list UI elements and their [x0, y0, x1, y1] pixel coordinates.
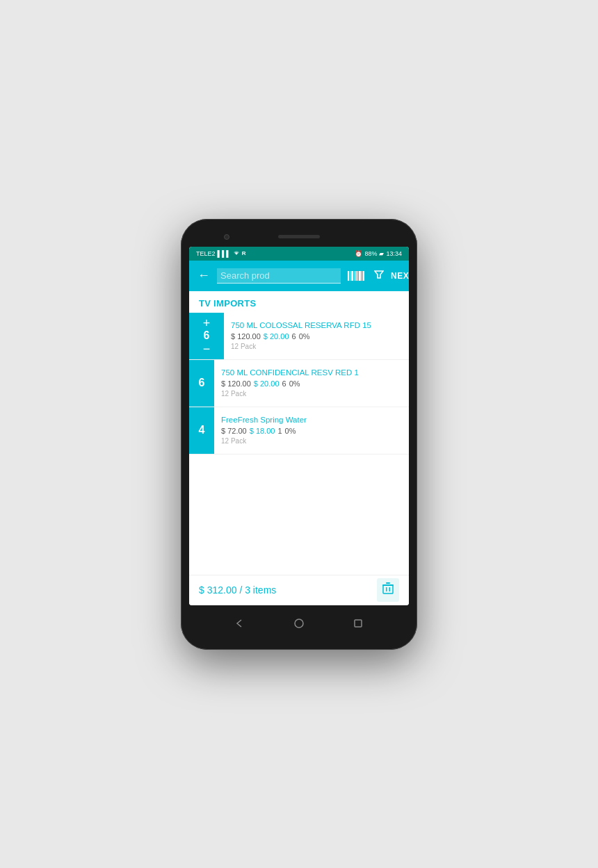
toolbar: ←	[189, 261, 409, 291]
increment-button[interactable]: +	[189, 317, 224, 329]
price-qty: 1	[277, 427, 282, 435]
svg-rect-7	[355, 620, 362, 627]
product-price-row: $ 120.00 $ 20.00 6 0%	[231, 332, 402, 341]
qty-controls: + 6 −	[189, 313, 224, 359]
alarm-icon: ⏰	[355, 250, 362, 257]
product-name: FreeFresh Spring Water	[221, 416, 402, 424]
qty-value: 6	[199, 377, 205, 389]
battery-icon: ▰	[379, 250, 384, 257]
price-main: $ 72.00	[221, 427, 247, 435]
product-pack: 12 Pack	[221, 390, 402, 398]
product-list: + 6 − 750 ML COLOSSAL RESERVA RFD 15 $ 1…	[189, 313, 409, 575]
price-alt: $ 18.00	[250, 427, 275, 435]
time-label: 13:34	[386, 250, 402, 257]
price-main: $ 120.00	[221, 379, 251, 388]
section-title: TV IMPORTS	[189, 291, 409, 313]
nav-back-button[interactable]	[232, 615, 248, 632]
product-price-row: $ 72.00 $ 18.00 1 0%	[221, 427, 402, 435]
svg-rect-2	[386, 587, 387, 591]
price-alt: $ 20.00	[254, 379, 280, 388]
wifi-icon	[233, 250, 240, 257]
status-left: TELE2 ▌▌▌ R	[196, 250, 245, 257]
product-price-row: $ 120.00 $ 20.00 6 0%	[221, 379, 402, 388]
table-row: + 6 − 750 ML COLOSSAL RESERVA RFD 15 $ 1…	[189, 313, 409, 360]
total-label: $ 312.00 / 3 items	[199, 584, 276, 596]
phone-camera	[224, 234, 229, 240]
main-content: TV IMPORTS + 6 − 750 ML COLOSSAL RESERVA…	[189, 291, 409, 575]
r-badge: R	[242, 250, 246, 256]
product-pack: 12 Pack	[231, 343, 402, 350]
svg-point-6	[295, 619, 303, 628]
product-pack: 12 Pack	[221, 437, 402, 445]
svg-rect-1	[383, 585, 393, 593]
qty-simple: 6	[189, 360, 214, 407]
product-info: 750 ML COLOSSAL RESERVA RFD 15 $ 120.00 …	[224, 313, 409, 359]
table-row: 6 750 ML CONFIDENCIAL RESV RED 1 $ 120.0…	[189, 360, 409, 407]
price-alt: $ 20.00	[264, 332, 289, 341]
svg-rect-5	[386, 582, 390, 584]
qty-display: 6	[204, 329, 210, 342]
price-pct: 0%	[299, 332, 310, 341]
price-pct: 0%	[289, 379, 300, 388]
barcode-icon[interactable]	[345, 268, 367, 284]
phone-bottom-bar	[189, 605, 409, 641]
price-pct: 0%	[285, 427, 296, 435]
product-name: 750 ML CONFIDENCIAL RESV RED 1	[221, 368, 402, 377]
decrement-button[interactable]: −	[189, 343, 224, 355]
next-button[interactable]: NEXT	[391, 271, 409, 281]
filter-icon[interactable]	[371, 267, 387, 284]
svg-marker-0	[375, 271, 383, 278]
price-main: $ 120.00	[231, 332, 261, 341]
nav-recent-button[interactable]	[350, 615, 366, 632]
price-qty: 6	[282, 379, 286, 388]
signal-icon: ▌▌▌	[218, 250, 231, 257]
footer: $ 312.00 / 3 items	[189, 575, 409, 605]
qty-value: 4	[199, 424, 205, 436]
back-button[interactable]: ←	[195, 265, 213, 286]
product-info: FreeFresh Spring Water $ 72.00 $ 18.00 1…	[214, 407, 409, 454]
phone-speaker	[278, 235, 320, 238]
product-name: 750 ML COLOSSAL RESERVA RFD 15	[231, 321, 402, 329]
phone-top-bar	[189, 227, 409, 247]
phone-screen: TELE2 ▌▌▌ R ⏰ 88% ▰ 13:34 ←	[189, 247, 409, 605]
product-info: 750 ML CONFIDENCIAL RESV RED 1 $ 120.00 …	[214, 360, 409, 407]
battery-pct: 88%	[364, 250, 377, 257]
trash-button[interactable]	[377, 578, 399, 602]
nav-home-button[interactable]	[291, 615, 307, 632]
qty-simple: 4	[189, 407, 214, 454]
status-right: ⏰ 88% ▰ 13:34	[355, 250, 402, 257]
carrier-label: TELE2	[196, 250, 216, 257]
status-bar: TELE2 ▌▌▌ R ⏰ 88% ▰ 13:34	[189, 247, 409, 261]
table-row: 4 FreeFresh Spring Water $ 72.00 $ 18.00…	[189, 407, 409, 455]
price-qty: 6	[292, 332, 296, 341]
phone-device: TELE2 ▌▌▌ R ⏰ 88% ▰ 13:34 ←	[181, 219, 417, 650]
svg-rect-4	[382, 584, 394, 586]
search-input[interactable]	[217, 268, 341, 284]
svg-rect-3	[389, 587, 391, 591]
